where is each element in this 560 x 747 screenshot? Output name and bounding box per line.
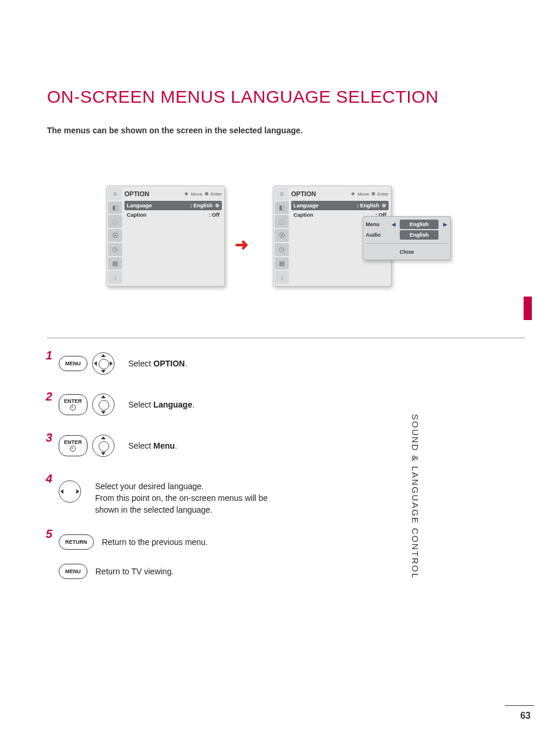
hint-enter: Enter [211,191,222,197]
antenna-icon: ≡ [275,187,289,200]
enter-dot-icon [215,203,220,208]
triangle-right-icon[interactable]: ▶ [442,221,448,227]
osd-header-title: OPTION [124,190,149,197]
submenu-label: Audio [366,232,387,238]
step-5: 5 RETURN Return to the previous menu. [46,534,525,550]
osd-sidebar: ≡ ◧ ◌ ⦿ ◷ ▦ ⇣ [275,187,289,285]
gear-icon: ⦿ [275,229,289,242]
step-number: 5 [46,527,58,541]
dpad-leftright-icon[interactable] [59,480,81,503]
enter-icon [205,192,208,196]
step-number: 4 [46,472,58,486]
osd-header-hints: ✥ Move Enter [351,191,389,197]
osd-row-caption[interactable]: Caption : Off [124,210,222,220]
step-text: Select Language. [129,400,195,409]
enter-ring-icon [70,405,76,410]
osd-sidebar: ≡ ◧ ◌ ⦿ ◷ ▦ ⇣ [108,187,122,285]
move-icon: ✥ [351,191,355,197]
menu-button[interactable]: MENU [59,356,87,371]
step-text: Return to TV viewing. [96,567,174,576]
submenu-row-audio[interactable]: Audio ◀ English ▶ [366,230,448,240]
move-icon: ✥ [184,191,188,197]
antenna-icon: ≡ [108,187,122,200]
audio-icon: ◌ [275,215,289,228]
menu-button[interactable]: MENU [59,564,87,579]
hint-move: Move [191,191,203,197]
step-text: Return to the previous menu. [102,537,208,547]
row-value: : English [190,203,212,208]
step-6: MENU Return to TV viewing. [46,564,525,579]
submenu-value: English [400,220,438,229]
picture-icon: ◧ [275,201,289,214]
dpad-updown-icon[interactable] [92,393,114,416]
osd-header-title: OPTION [291,190,316,197]
enter-icon [372,192,375,196]
row-label: Caption [294,212,313,218]
step-text: Select Menu. [129,441,177,450]
submenu-separator [366,243,448,244]
lock-icon: ▦ [275,257,289,270]
time-icon: ◷ [275,243,289,256]
step-4: 4 Select your desired language. From thi… [46,480,525,516]
hint-move: Move [357,191,369,197]
submenu-value: English [400,230,438,240]
audio-icon: ◌ [108,215,122,228]
row-label: Caption [127,212,147,218]
side-tab: SOUND & LANGUAGE CONTROL [519,297,532,508]
row-value: : English [357,203,379,208]
step-text: Select your desired language. From this … [95,480,271,516]
enter-button[interactable]: ENTER [59,435,87,456]
row-label: Language [127,203,152,208]
step-2: 2 ENTER Select Language. [46,393,525,416]
step-text: Select OPTION. [129,359,187,368]
osd-menu-before: ≡ ◧ ◌ ⦿ ◷ ▦ ⇣ OPTION ✥ Move Enter Langua… [106,186,225,287]
step-1: 1 MENU Select OPTION. [46,352,525,375]
dpad-all-icon[interactable] [92,352,114,375]
enter-dot-icon [382,203,386,208]
enter-button[interactable]: ENTER [59,394,87,415]
lock-icon: ▦ [108,257,122,270]
submenu-close[interactable]: Close [366,247,448,257]
arrow-right-icon: ➜ [235,235,248,254]
triangle-left-icon[interactable]: ◀ [390,221,396,227]
intro-text: The menus can be shown on the screen in … [47,126,303,135]
page-number-rule [505,705,534,706]
return-button[interactable]: RETURN [59,534,94,550]
row-label: Language [294,203,319,208]
side-tab-label: SOUND & LANGUAGE CONTROL [410,414,420,625]
dpad-updown-icon[interactable] [92,435,114,457]
usb-icon: ⇣ [108,271,122,284]
submenu-label: Menu [366,221,387,227]
language-submenu: Menu ◀ English ▶ Audio ◀ English ▶ Close [363,216,451,260]
picture-icon: ◧ [108,201,122,214]
tab-accent [524,297,532,320]
step-number: 3 [46,431,58,445]
time-icon: ◷ [108,243,122,256]
step-number: 2 [46,390,58,403]
enter-ring-icon [70,446,76,452]
osd-header-hints: ✥ Move Enter [184,191,222,197]
usb-icon: ⇣ [275,271,289,284]
osd-row-language[interactable]: Language : English [124,201,222,210]
section-divider [47,338,525,338]
step-3: 3 ENTER Select Menu. [46,435,525,457]
hint-enter: Enter [377,191,389,197]
gear-icon: ⦿ [108,229,122,242]
submenu-row-menu[interactable]: Menu ◀ English ▶ [366,219,448,230]
page-number: 63 [520,711,531,721]
row-value: : Off [209,212,220,218]
osd-row-language[interactable]: Language : English [291,201,389,210]
step-number: 1 [46,349,58,362]
page-title: ON-SCREEN MENUS LANGUAGE SELECTION [47,87,438,107]
